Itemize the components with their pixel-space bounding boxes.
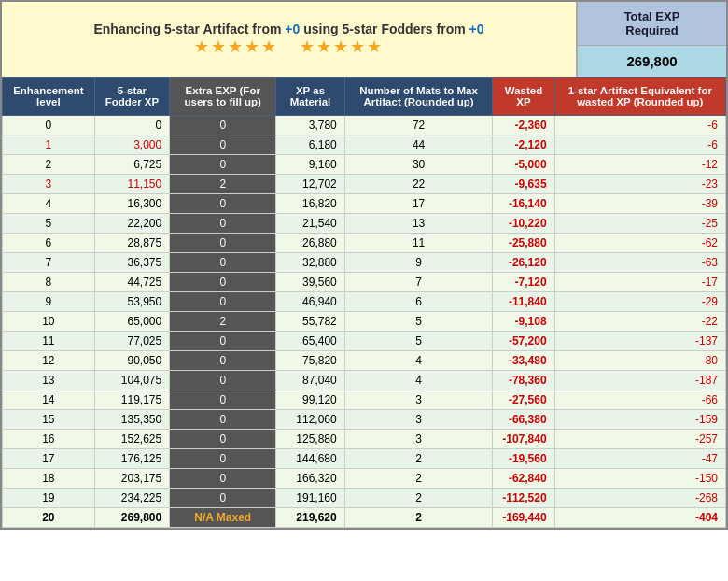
cell-extra-exp: 0 (170, 430, 276, 449)
cell-num-mats: 22 (344, 175, 493, 194)
cell-extra-exp: 0 (170, 253, 276, 273)
cell-num-mats: 30 (344, 155, 493, 175)
cell-wasted: -33,480 (493, 351, 554, 371)
cell-xp-material: 112,060 (276, 410, 344, 430)
cell-extra-exp: 0 (170, 194, 276, 214)
cell-xp-material: 65,400 (276, 332, 344, 351)
cell-wasted: -62,840 (493, 469, 554, 489)
cell-extra-exp: 0 (170, 410, 276, 430)
cell-level: 14 (3, 390, 95, 410)
cell-num-mats: 6 (344, 292, 493, 312)
cell-fodder-xp: 135,350 (94, 410, 170, 430)
cell-num-mats: 2 (344, 469, 493, 489)
cell-level: 2 (3, 155, 95, 175)
cell-fodder-xp: 44,725 (94, 273, 170, 292)
cell-num-mats: 2 (344, 508, 493, 528)
cell-level: 17 (3, 449, 95, 469)
cell-fodder-xp: 11,150 (94, 175, 170, 194)
cell-level: 19 (3, 489, 95, 508)
cell-xp-material: 39,560 (276, 273, 344, 292)
cell-fodder-xp: 28,875 (94, 234, 170, 253)
cell-extra-exp: 0 (170, 273, 276, 292)
table-header-row: Enhancement level 5-star Fodder XP Extra… (3, 78, 726, 116)
cell-level: 8 (3, 273, 95, 292)
cell-xp-material: 55,782 (276, 312, 344, 332)
cell-1star: -404 (554, 508, 725, 528)
header-right: Total EXPRequired 269,800 (577, 2, 726, 77)
col-header-extra: Extra EXP (For users to fill up) (170, 78, 276, 116)
col-header-level: Enhancement level (3, 78, 95, 116)
cell-xp-material: 21,540 (276, 214, 344, 234)
cell-1star: -159 (554, 410, 725, 430)
cell-level: 9 (3, 292, 95, 312)
cell-extra-exp: 0 (170, 135, 276, 155)
table-row: 13,00006,18044-2,120-6 (3, 135, 726, 155)
cell-fodder-xp: 3,000 (94, 135, 170, 155)
cell-extra-exp: 2 (170, 312, 276, 332)
cell-level: 7 (3, 253, 95, 273)
cell-extra-exp: 2 (170, 175, 276, 194)
cell-num-mats: 11 (344, 234, 493, 253)
cell-extra-exp: 0 (170, 292, 276, 312)
cell-extra-exp: 0 (170, 351, 276, 371)
cell-fodder-xp: 6,725 (94, 155, 170, 175)
table-row: 1177,025065,4005-57,200-137 (3, 332, 726, 351)
cell-xp-material: 32,880 (276, 253, 344, 273)
header-main: Enhancing 5-star Artifact from +0 using … (2, 2, 577, 77)
cell-num-mats: 3 (344, 430, 493, 449)
table-row: 736,375032,8809-26,120-63 (3, 253, 726, 273)
cell-num-mats: 4 (344, 351, 493, 371)
table-row: 15135,3500112,0603-66,380-159 (3, 410, 726, 430)
table-row: 18203,1750166,3202-62,840-150 (3, 469, 726, 489)
cell-1star: -137 (554, 332, 725, 351)
cell-wasted: -57,200 (493, 332, 554, 351)
table-row: 0003,78072-2,360-6 (3, 116, 726, 135)
cell-1star: -29 (554, 292, 725, 312)
cell-num-mats: 2 (344, 489, 493, 508)
cell-wasted: -112,520 (493, 489, 554, 508)
cell-level: 12 (3, 351, 95, 371)
col-header-num-mats: Number of Mats to Max Artifact (Rounded … (344, 78, 493, 116)
cell-xp-material: 26,880 (276, 234, 344, 253)
cell-xp-material: 166,320 (276, 469, 344, 489)
cell-1star: -187 (554, 371, 725, 390)
cell-1star: -22 (554, 312, 725, 332)
cell-1star: -150 (554, 469, 725, 489)
data-table: Enhancement level 5-star Fodder XP Extra… (2, 77, 726, 528)
cell-fodder-xp: 176,125 (94, 449, 170, 469)
cell-num-mats: 13 (344, 214, 493, 234)
cell-1star: -80 (554, 351, 725, 371)
cell-xp-material: 99,120 (276, 390, 344, 410)
cell-fodder-xp: 53,950 (94, 292, 170, 312)
cell-fodder-xp: 22,200 (94, 214, 170, 234)
cell-1star: -66 (554, 390, 725, 410)
cell-fodder-xp: 269,800 (94, 508, 170, 528)
cell-num-mats: 72 (344, 116, 493, 135)
cell-xp-material: 16,820 (276, 194, 344, 214)
highlight-to: +0 (469, 21, 484, 36)
stars-row: ★★★★★ ★★★★★ (194, 36, 384, 57)
cell-num-mats: 44 (344, 135, 493, 155)
stars-left: ★★★★★ (194, 37, 278, 56)
table-row: 311,150212,70222-9,635-23 (3, 175, 726, 194)
cell-level: 6 (3, 234, 95, 253)
cell-wasted: -26,120 (493, 253, 554, 273)
cell-xp-material: 75,820 (276, 351, 344, 371)
header-section: Enhancing 5-star Artifact from +0 using … (2, 2, 726, 77)
cell-xp-material: 191,160 (276, 489, 344, 508)
cell-wasted: -7,120 (493, 273, 554, 292)
cell-level: 20 (3, 508, 95, 528)
cell-wasted: -10,220 (493, 214, 554, 234)
main-container: Enhancing 5-star Artifact from +0 using … (0, 0, 728, 530)
cell-level: 1 (3, 135, 95, 155)
cell-num-mats: 7 (344, 273, 493, 292)
cell-1star: -63 (554, 253, 725, 273)
cell-extra-exp: 0 (170, 155, 276, 175)
table-row: 953,950046,9406-11,840-29 (3, 292, 726, 312)
cell-xp-material: 87,040 (276, 371, 344, 390)
table-row: 20269,800N/A Maxed219,6202-169,440-404 (3, 508, 726, 528)
cell-wasted: -19,560 (493, 449, 554, 469)
cell-1star: -39 (554, 194, 725, 214)
cell-wasted: -2,120 (493, 135, 554, 155)
cell-extra-exp: 0 (170, 469, 276, 489)
